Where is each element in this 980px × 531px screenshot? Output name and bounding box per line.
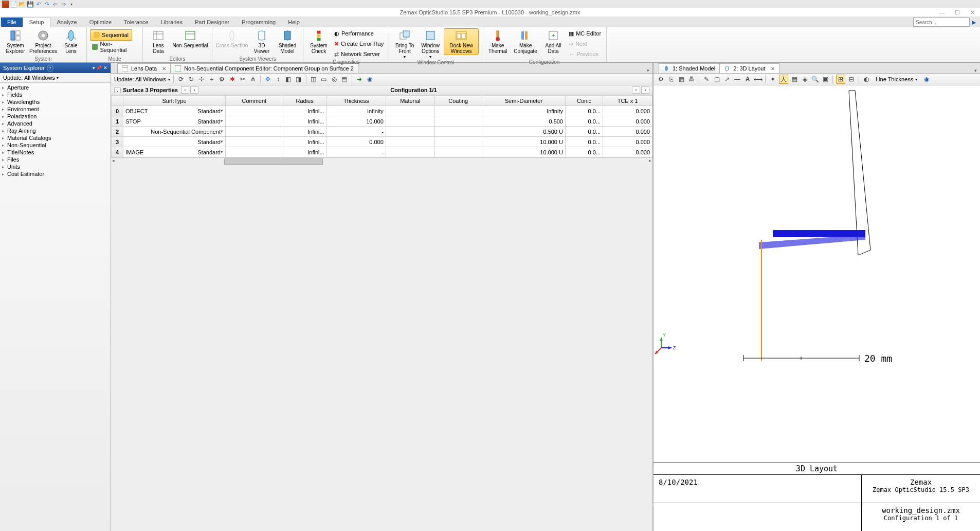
- 3d-layout-canvas[interactable]: Y Z 20 mm: [654, 85, 980, 463]
- dock-new-windows-button[interactable]: Dock New Windows: [444, 28, 479, 55]
- tab-lens-data[interactable]: Lens Data ✕: [117, 63, 171, 73]
- prev-config-button[interactable]: ←Previous: [567, 49, 603, 59]
- scale-lens-button[interactable]: Scale Lens: [59, 28, 83, 54]
- tree-item-polarization[interactable]: ▸Polarization: [0, 113, 111, 120]
- rtab-overflow-icon[interactable]: ▾: [971, 68, 980, 73]
- lde-update-dropdown[interactable]: Update: All Windows: [114, 76, 166, 82]
- system-explorer-button[interactable]: System Explorer: [3, 28, 28, 54]
- add-all-data-button[interactable]: +Add All Data: [541, 28, 566, 54]
- pencil-icon[interactable]: ✎: [702, 75, 711, 83]
- tab-optimize[interactable]: Optimize: [83, 17, 118, 27]
- cfg-prev-icon[interactable]: ‹: [632, 86, 640, 94]
- close-icon[interactable]: ✕: [970, 9, 975, 16]
- tab-help[interactable]: Help: [282, 17, 306, 27]
- table-row[interactable]: 2Non-Sequential Component ▾Infini...-0.5…: [112, 127, 652, 137]
- rt18-icon[interactable]: ◐: [862, 75, 870, 83]
- qat-back-icon[interactable]: ⇐: [51, 1, 59, 8]
- qat-save-icon[interactable]: 💾: [27, 1, 34, 8]
- close-tab-icon[interactable]: ✕: [162, 66, 166, 72]
- prop-prev-icon[interactable]: ‹: [181, 86, 189, 94]
- mc-editor-button[interactable]: ▦MC Editor: [567, 28, 603, 39]
- search-go-icon[interactable]: ▶: [972, 19, 976, 26]
- tool8-icon[interactable]: ◨: [295, 75, 303, 83]
- make-thermal-button[interactable]: Make Thermal: [485, 28, 510, 54]
- tool11-icon[interactable]: ◎: [330, 75, 338, 83]
- non-sequential-button[interactable]: Non-Sequential: [90, 42, 139, 52]
- tab-analyze[interactable]: Analyze: [50, 17, 83, 27]
- pin-icon[interactable]: ▾ 📌 ✕: [93, 65, 107, 70]
- qat-app-icon[interactable]: [2, 1, 9, 8]
- rt10-icon[interactable]: ✦: [769, 75, 777, 83]
- tool5-icon[interactable]: ✥: [264, 75, 272, 83]
- help-icon[interactable]: ?: [47, 65, 53, 72]
- qat-new-icon[interactable]: 📄: [10, 1, 17, 8]
- insert-icon[interactable]: ＋: [208, 75, 216, 83]
- window-options-button[interactable]: Window Options▾: [418, 28, 443, 60]
- print-icon[interactable]: 🖶: [687, 75, 696, 83]
- system-check-button[interactable]: System Check: [306, 28, 331, 54]
- qat-redo-icon[interactable]: ↷: [43, 1, 50, 8]
- tool10-icon[interactable]: ▭: [320, 75, 328, 83]
- rt15-icon[interactable]: ▣: [821, 75, 829, 83]
- network-server-button[interactable]: ⇄Network Server: [332, 49, 386, 59]
- create-error-ray-button[interactable]: ✖Create Error Ray: [332, 39, 386, 49]
- sequential-button[interactable]: Sequential: [90, 29, 132, 41]
- tool13-icon[interactable]: ➔: [355, 75, 364, 83]
- project-preferences-button[interactable]: Project Preferences: [29, 28, 58, 54]
- tab-libraries[interactable]: Libraries: [155, 17, 189, 27]
- tab-partdesigner[interactable]: Part Designer: [189, 17, 235, 27]
- tab-file[interactable]: File: [1, 17, 23, 27]
- qat-undo-icon[interactable]: ↶: [35, 1, 42, 8]
- tool12-icon[interactable]: ▤: [340, 75, 349, 83]
- tool9-icon[interactable]: ◫: [310, 75, 318, 83]
- ruler-icon[interactable]: ⟷: [754, 75, 762, 83]
- refresh-all-icon[interactable]: ↻: [187, 75, 195, 83]
- tool2-icon[interactable]: ✱: [228, 75, 237, 83]
- rt16-icon[interactable]: ⊞: [836, 75, 845, 84]
- table-row[interactable]: 4IMAGEStandard ▾Infini...-10.000 U0.0...…: [112, 147, 652, 157]
- bring-to-front-button[interactable]: Bring To Front▾: [392, 28, 417, 60]
- tree-item-non-sequential[interactable]: ▸Non-Sequential: [0, 141, 111, 149]
- tab-overflow-icon[interactable]: ▾: [644, 68, 652, 73]
- line-icon[interactable]: —: [733, 75, 741, 83]
- tree-item-wavelengths[interactable]: ▸Wavelengths: [0, 98, 111, 105]
- tree-item-files[interactable]: ▸Files: [0, 156, 111, 163]
- tree-item-units[interactable]: ▸Units: [0, 163, 111, 170]
- rt17-icon[interactable]: ⊟: [847, 75, 856, 83]
- non-sequential-editor-button[interactable]: Non-Sequential: [172, 28, 209, 48]
- tree-item-cost-estimator[interactable]: ▸Cost Estimator: [0, 170, 111, 178]
- tree-item-advanced[interactable]: ▸Advanced: [0, 120, 111, 127]
- tool7-icon[interactable]: ◧: [284, 75, 293, 83]
- horizontal-scrollbar[interactable]: ◂▸: [111, 157, 652, 164]
- tab-tolerance[interactable]: Tolerance: [118, 17, 155, 27]
- target-icon[interactable]: ✢: [197, 75, 206, 83]
- maximize-icon[interactable]: ☐: [955, 9, 960, 16]
- rt3-icon[interactable]: ▦: [677, 75, 685, 83]
- lens-data-button[interactable]: Lens Data: [146, 28, 171, 54]
- arrow-icon[interactable]: ↗: [723, 75, 731, 83]
- tool6-icon[interactable]: ↕: [274, 75, 282, 83]
- qat-dropdown-icon[interactable]: ▾: [68, 1, 75, 8]
- prop-next-icon[interactable]: ›: [190, 86, 198, 94]
- line-thickness-dropdown[interactable]: Line Thickness: [876, 76, 913, 82]
- close-layout-tab-icon[interactable]: ✕: [771, 66, 775, 72]
- next-config-button[interactable]: ➔Next: [567, 39, 603, 49]
- qat-fwd-icon[interactable]: ⇒: [60, 1, 67, 8]
- zoom-icon[interactable]: 🔍: [811, 75, 819, 83]
- search-input[interactable]: [913, 17, 970, 27]
- settings-icon[interactable]: ⚙: [657, 75, 665, 83]
- table-row[interactable]: 1STOPStandard ▾Infini...10.0000.500 0.0.…: [112, 116, 652, 127]
- cfg-next-icon[interactable]: ›: [641, 86, 649, 94]
- tool4-icon[interactable]: ⋔: [249, 75, 257, 83]
- table-row[interactable]: 3Standard ▾Infini...0.00010.000 U0.0...0…: [112, 137, 652, 147]
- update-dropdown[interactable]: Update: All Windows: [3, 75, 55, 81]
- cross-section-button[interactable]: Cross-Section: [215, 28, 248, 48]
- rt11-icon[interactable]: 人: [779, 75, 788, 84]
- tree-item-ray-aiming[interactable]: ▸Ray Aiming: [0, 127, 111, 134]
- tree-item-material-catalogs[interactable]: ▸Material Catalogs: [0, 134, 111, 141]
- shaded-model-button[interactable]: Shaded Model: [275, 28, 300, 54]
- expand-icon[interactable]: ⌄: [114, 87, 121, 93]
- help-lde-icon[interactable]: ◉: [366, 75, 374, 83]
- tab-setup[interactable]: Setup: [23, 17, 51, 27]
- tool3-icon[interactable]: ✂: [239, 75, 247, 83]
